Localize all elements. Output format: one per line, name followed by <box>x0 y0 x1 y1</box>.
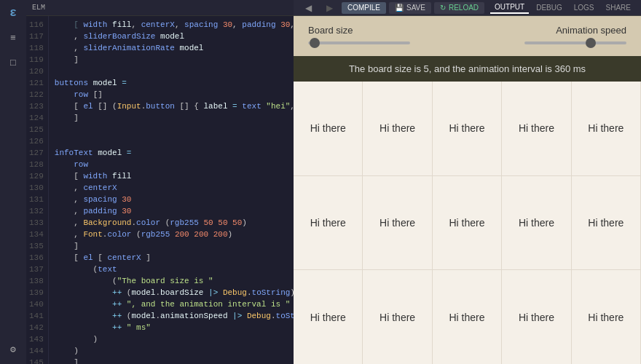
grid-cell: Hi there <box>294 270 363 364</box>
info-bar: The board size is 5, and the animation i… <box>294 56 641 82</box>
save-button[interactable]: 💾 SAVE <box>389 2 431 14</box>
board-size-label: Board size <box>308 25 410 36</box>
grid-row: Hi there Hi there Hi there Hi there Hi t… <box>294 82 641 176</box>
output-tab[interactable]: OUTPUT <box>490 1 529 14</box>
animation-speed-slider-track <box>524 41 626 44</box>
grid-cell: Hi there <box>433 82 502 175</box>
grid-cell: Hi there <box>433 270 502 364</box>
folder-icon[interactable]: □ <box>4 54 22 71</box>
board-size-control: Board size <box>308 25 410 44</box>
grid-cell: Hi there <box>363 82 432 175</box>
share-tab[interactable]: SHARE <box>602 2 635 13</box>
grid-cell: Hi there <box>502 82 571 175</box>
editor-tab-label: ELM <box>32 4 45 12</box>
line-numbers: 116 117 118 119 120 121 122 123 124 125 … <box>26 16 49 364</box>
debug-tab[interactable]: DEBUG <box>532 2 567 13</box>
grid-row: Hi there Hi there Hi there Hi there Hi t… <box>294 176 641 271</box>
logs-tab[interactable]: LOGS <box>570 2 599 13</box>
reload-button[interactable]: ↻ RELOAD <box>434 2 484 14</box>
board-size-slider-thumb[interactable] <box>310 38 320 48</box>
animation-speed-label: Animation speed <box>556 25 626 36</box>
forward-button[interactable]: ▶ <box>320 2 339 14</box>
info-text: The board size is 5, and the animation i… <box>349 63 586 74</box>
grid-cell: Hi there <box>572 270 641 364</box>
grid-cell: Hi there <box>572 176 641 270</box>
grid-cell: Hi there <box>502 176 571 270</box>
grid-cell: Hi there <box>294 82 363 175</box>
grid-cell: Hi there <box>572 82 641 175</box>
grid-cell: Hi there <box>363 270 432 364</box>
grid-cell: Hi there <box>433 176 502 270</box>
grid-cell: Hi there <box>294 176 363 270</box>
back-button[interactable]: ◀ <box>299 2 318 14</box>
code-editor[interactable]: [ width fill, centerX, spacing 30, paddi… <box>49 16 294 364</box>
board-size-slider-track <box>308 41 410 44</box>
compile-button[interactable]: COMPILE <box>342 2 386 14</box>
animation-speed-slider-thumb[interactable] <box>586 38 596 48</box>
file-icon[interactable]: ≡ <box>4 29 22 47</box>
output-content: Board size Animation speed The board siz… <box>294 16 641 364</box>
elm-logo-icon: ε <box>4 4 22 22</box>
grid-row: Hi there Hi there Hi there Hi there Hi t… <box>294 270 641 364</box>
grid-cell: Hi there <box>363 176 432 270</box>
controls-area: Board size Animation speed <box>294 16 641 56</box>
reload-icon: ↻ <box>440 4 446 12</box>
save-icon: 💾 <box>395 4 404 12</box>
animation-speed-control: Animation speed <box>524 25 626 44</box>
gear-icon[interactable]: ⚙ <box>4 341 22 358</box>
grid-area: Hi there Hi there Hi there Hi there Hi t… <box>294 82 641 364</box>
toolbar: ◀ ▶ COMPILE 💾 SAVE ↻ RELOAD OUTPUT DEBUG… <box>294 0 641 16</box>
grid-cell: Hi there <box>502 270 571 364</box>
